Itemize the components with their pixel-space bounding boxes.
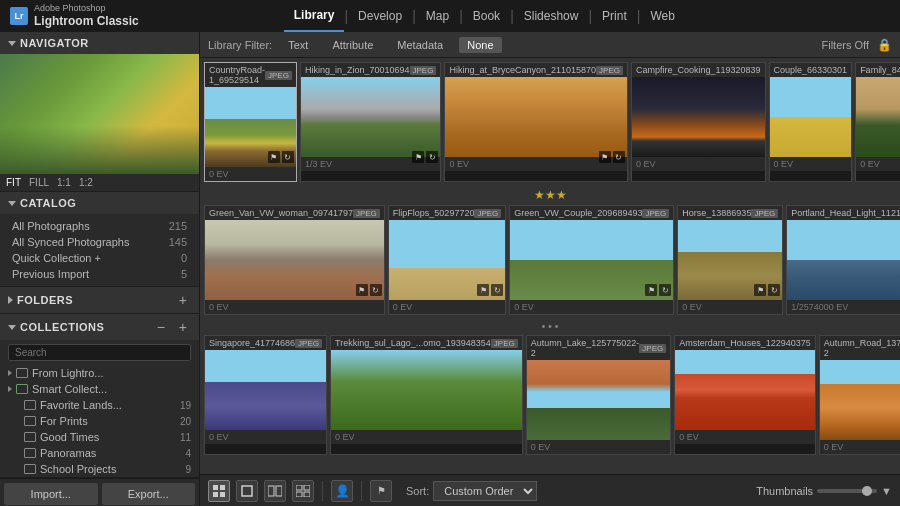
grid-cell-1-6[interactable]: Family_84428600 0 EV [855, 62, 900, 182]
grid-cell-1-2[interactable]: Hiking_in_Zion_70010694 JPEG ⚑ ↻ 1/3 EV [300, 62, 442, 182]
app-product: Lightroom Classic [34, 14, 139, 28]
cell-header: Singapore_41774686 JPEG [205, 336, 326, 350]
folders-header[interactable]: Folders + [0, 287, 199, 313]
cell-flag-icon[interactable]: ⚑ [754, 284, 766, 296]
collection-panoramas[interactable]: Panoramas 4 [0, 445, 199, 461]
cell-flag-icon[interactable]: ⚑ [356, 284, 368, 296]
cell-header: Amsterdam_Houses_122940375 [675, 336, 815, 350]
grid-cell-2-3[interactable]: Green_VW_Couple_209689493 JPEG ⚑ ↻ 0 EV [509, 205, 674, 315]
folders-title: Folders [17, 294, 73, 306]
cell-header: Green_Van_VW_woman_09741797 JPEG [205, 206, 384, 220]
filters-off-label: Filters Off [822, 39, 869, 51]
nav-book[interactable]: Book [463, 0, 510, 32]
nav-map[interactable]: Map [416, 0, 459, 32]
cell-flag-icon[interactable]: ⚑ [268, 151, 280, 163]
grid-cell-2-2[interactable]: FlipFlops_50297720 JPEG ⚑ ↻ 0 EV [388, 205, 506, 315]
cell-flag-icon[interactable]: ⚑ [412, 151, 424, 163]
nav-library[interactable]: Library [284, 0, 345, 32]
collection-school-icon [24, 464, 36, 474]
people-view-button[interactable]: 👤 [331, 480, 353, 502]
collection-smart[interactable]: Smart Collect... [0, 381, 199, 397]
zoom-1-1[interactable]: 1:1 [57, 177, 71, 188]
cell-header: CountryRoad-1_69529514 JPEG [205, 63, 296, 87]
grid-cell-3-1[interactable]: Singapore_41774686 JPEG 0 EV [204, 335, 327, 455]
grid-cell-1-5[interactable]: Couple_66330301 0 EV [769, 62, 853, 182]
collections-header[interactable]: Collections − + [0, 314, 199, 340]
cell-rotate-icon[interactable]: ↻ [370, 284, 382, 296]
thumbnails-slider-handle [862, 486, 872, 496]
collections-remove-button[interactable]: − [153, 319, 169, 335]
filter-tab-text[interactable]: Text [280, 37, 316, 53]
catalog-header[interactable]: Catalog [0, 192, 199, 214]
navigator-header[interactable]: Navigator [0, 32, 199, 54]
collection-good-times[interactable]: Good Times 11 [0, 429, 199, 445]
catalog-synced-photos[interactable]: All Synced Photographs 145 [0, 234, 199, 250]
grid-cell-1-1[interactable]: CountryRoad-1_69529514 JPEG ⚑ ↻ 0 EV [204, 62, 297, 182]
nav-develop[interactable]: Develop [348, 0, 412, 32]
collections-search-input[interactable] [8, 344, 191, 361]
export-button[interactable]: Export... [102, 483, 196, 505]
collection-group-icon [16, 368, 28, 378]
cell-rotate-icon[interactable]: ↻ [768, 284, 780, 296]
grid-cell-2-5[interactable]: Portland_Head_Light_112166324 JPEG ⚑ ↻ 1… [786, 205, 900, 315]
cell-header: Green_VW_Couple_209689493 JPEG [510, 206, 673, 220]
cell-header: Trekking_sul_Lago_...omo_193948354 JPEG [331, 336, 522, 350]
zoom-fill[interactable]: FILL [29, 177, 49, 188]
cell-action-icons: ⚑ ↻ [754, 284, 780, 296]
cell-rotate-icon[interactable]: ↻ [426, 151, 438, 163]
grid-view-button[interactable] [208, 480, 230, 502]
collection-school-projects[interactable]: School Projects 9 [0, 461, 199, 477]
import-button[interactable]: Import... [4, 483, 98, 505]
cell-rotate-icon[interactable]: ↻ [659, 284, 671, 296]
nav-web[interactable]: Web [640, 0, 684, 32]
cell-rotate-icon[interactable]: ↻ [491, 284, 503, 296]
collections-add-button[interactable]: + [175, 319, 191, 335]
collection-for-prints[interactable]: For Prints 20 [0, 413, 199, 429]
grid-cell-2-4[interactable]: Horse_13886935 JPEG ⚑ ↻ 0 EV [677, 205, 783, 315]
cell-flag-icon[interactable]: ⚑ [645, 284, 657, 296]
catalog-synced-label: All Synced Photographs [12, 236, 129, 248]
cell-rotate-icon[interactable]: ↻ [282, 151, 294, 163]
grid-cell-3-2[interactable]: Trekking_sul_Lago_...omo_193948354 JPEG … [330, 335, 523, 455]
sort-select[interactable]: Custom Order Capture Time File Name Rati… [433, 481, 537, 501]
cell-action-icons: ⚑ ↻ [599, 151, 625, 163]
catalog-all-photos-count: 215 [169, 220, 187, 232]
grid-cell-2-1[interactable]: Green_Van_VW_woman_09741797 JPEG ⚑ ↻ 0 E… [204, 205, 385, 315]
grid-cell-3-5[interactable]: Autumn_Road_137312700-2 0 EV [819, 335, 900, 455]
svg-rect-4 [242, 486, 252, 496]
filter-tab-none[interactable]: None [459, 37, 501, 53]
cell-rotate-icon[interactable]: ↻ [613, 151, 625, 163]
collection-favorite-icon [24, 400, 36, 410]
filter-lock-icon[interactable]: 🔒 [877, 38, 892, 52]
catalog-all-photos[interactable]: All Photographs 215 [0, 218, 199, 234]
collection-favorite-lands[interactable]: Favorite Lands... 19 [0, 397, 199, 413]
thumbnails-down-icon[interactable]: ▼ [881, 485, 892, 497]
zoom-fit[interactable]: FIT [6, 177, 21, 188]
cell-image [205, 350, 326, 430]
cell-image [787, 220, 900, 300]
grid-cell-1-4[interactable]: Campfire_Cooking_119320839 0 EV [631, 62, 766, 182]
collection-school-count: 9 [185, 464, 191, 475]
bottom-toolbar: 👤 ⚑ Sort: Custom Order Capture Time File… [200, 474, 900, 506]
collection-from-lightroom[interactable]: From Lightro... [0, 365, 199, 381]
folders-add-button[interactable]: + [175, 292, 191, 308]
grid-cell-1-3[interactable]: Hiking_at_BryceCanyon_211015870 JPEG ⚑ ↻… [444, 62, 628, 182]
catalog-quick-collection[interactable]: Quick Collection + 0 [0, 250, 199, 266]
nav-print[interactable]: Print [592, 0, 637, 32]
nav-slideshow[interactable]: Slideshow [514, 0, 589, 32]
grid-cell-3-3[interactable]: Autumn_Lake_125775022-2 JPEG 0 EV [526, 335, 672, 455]
grid-cell-3-4[interactable]: Amsterdam_Houses_122940375 0 EV [674, 335, 816, 455]
compare-view-button[interactable] [264, 480, 286, 502]
zoom-1-2[interactable]: 1:2 [79, 177, 93, 188]
survey-view-button[interactable] [292, 480, 314, 502]
cell-image [856, 77, 900, 157]
filter-tab-attribute[interactable]: Attribute [324, 37, 381, 53]
flag-button[interactable]: ⚑ [370, 480, 392, 502]
catalog-previous-import[interactable]: Previous Import 5 [0, 266, 199, 282]
cell-header: Hiking_in_Zion_70010694 JPEG [301, 63, 441, 77]
thumbnails-slider[interactable] [817, 489, 877, 493]
cell-flag-icon[interactable]: ⚑ [477, 284, 489, 296]
cell-flag-icon[interactable]: ⚑ [599, 151, 611, 163]
filter-tab-metadata[interactable]: Metadata [389, 37, 451, 53]
loupe-view-button[interactable] [236, 480, 258, 502]
